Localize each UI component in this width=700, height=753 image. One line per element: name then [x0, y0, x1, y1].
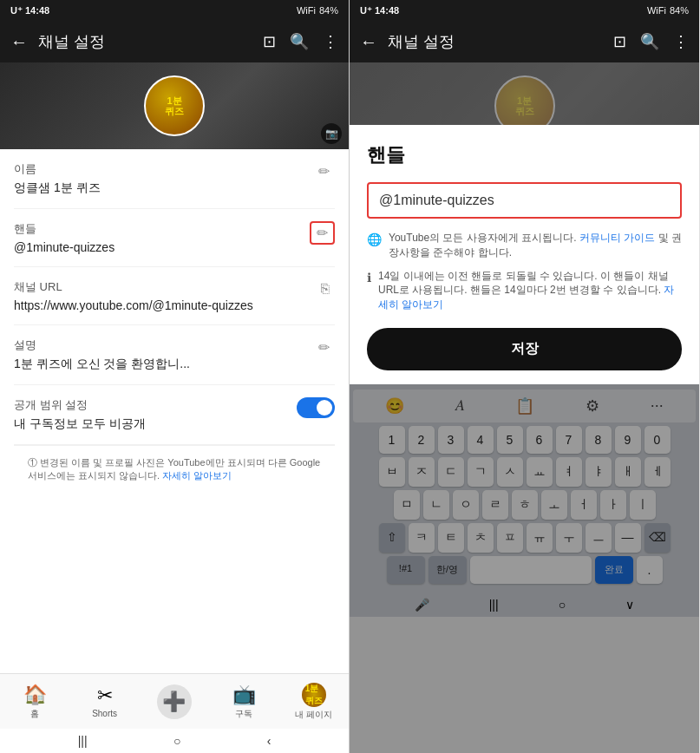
search-icon[interactable]: 🔍 [290, 32, 309, 51]
privacy-toggle[interactable] [297, 397, 335, 418]
footer-note-link[interactable]: 자세히 알아보기 [162, 470, 232, 481]
settings-handle-value: @1minute-quizzes [14, 240, 114, 254]
right-content-area: 1분 퀴즈 이름 엉클샘 1분 퀴즈 핸들 🌐 YouTube의 모든 사용자에… [350, 62, 699, 753]
home-label: 홈 [30, 708, 39, 720]
add-icon: ➕ [157, 684, 192, 719]
right-search-icon[interactable]: 🔍 [640, 32, 659, 51]
bottom-nav: 🏠 홈 ✂ Shorts ➕ 📺 구독 1분퀴즈 내 페이지 [0, 673, 349, 729]
bottom-nav-add[interactable]: ➕ [148, 684, 200, 719]
modal-save-button[interactable]: 저장 [367, 328, 682, 370]
settings-handle-item: 핸들 @1minute-quizzes ✏ [14, 209, 335, 267]
right-battery-icon: 84% [670, 5, 689, 16]
right-back-button[interactable]: ← [360, 32, 377, 52]
settings-url-value: https://www.youtube.com/@1minute-quizzes [14, 298, 253, 312]
settings-url-item: 채널 URL https://www.youtube.com/@1minute-… [14, 267, 335, 325]
shorts-icon: ✂ [97, 684, 113, 707]
footer-note: ① 변경된 이름 및 프로필 사진은 YouTube에만 표시되며 다른 Goo… [14, 445, 335, 493]
mypage-icon: 1분퀴즈 [302, 683, 326, 707]
left-status-icons: WiFi 84% [297, 5, 338, 16]
settings-desc-item: 설명 1분 퀴즈에 오신 것을 환영합니... ✏ [14, 325, 335, 385]
more-icon[interactable]: ⋮ [323, 32, 338, 51]
subscriptions-icon: 📺 [232, 684, 256, 706]
handle-edit-icon[interactable]: ✏ [310, 221, 335, 245]
right-status-bar: U⁺ 14:48 WiFi 84% [350, 0, 699, 21]
system-back-btn[interactable]: ‹ [267, 734, 271, 748]
mypage-label: 내 페이지 [295, 709, 332, 721]
modal-title: 핸들 [367, 142, 682, 168]
avatar-text-line1: 1분 [167, 95, 181, 106]
settings-handle-label: 핸들 [14, 221, 114, 237]
right-nav-icons: ⊡ 🔍 ⋮ [613, 32, 689, 51]
settings-desc-value: 1분 퀴즈에 오신 것을 환영합니... [14, 357, 190, 372]
settings-privacy-value: 내 구독정보 모두 비공개 [14, 416, 146, 432]
left-status-bar: U⁺ 14:48 WiFi 84% [0, 0, 349, 21]
right-cast-icon[interactable]: ⊡ [613, 32, 626, 51]
settings-name-item: 이름 엉클샘 1분 퀴즈 ✏ [14, 149, 335, 209]
settings-name-value: 엉클샘 1분 퀴즈 [14, 180, 101, 196]
modal-info-text1: YouTube의 모든 사용자에게 표시됩니다. 커뮤니티 가이드 및 권장사항… [389, 231, 682, 260]
bottom-nav-subscriptions[interactable]: 📺 구독 [218, 684, 270, 720]
left-time: U⁺ 14:48 [10, 5, 49, 16]
settings-name-content: 이름 엉클샘 1분 퀴즈 [14, 161, 101, 196]
handle-edit-modal: 핸들 🌐 YouTube의 모든 사용자에게 표시됩니다. 커뮤니티 가이드 및… [350, 125, 699, 384]
system-recent-btn[interactable]: ||| [78, 734, 88, 748]
globe-icon: 🌐 [367, 232, 382, 260]
right-phone-screen: U⁺ 14:48 WiFi 84% ← 채널 설정 ⊡ 🔍 ⋮ 1분 퀴즈 이름… [350, 0, 699, 753]
left-phone-screen: U⁺ 14:48 WiFi 84% ← 채널 설정 ⊡ 🔍 ⋮ 1분 퀴즈 📷 … [0, 0, 350, 753]
shorts-label: Shorts [92, 709, 117, 718]
settings-privacy-item: 공개 범위 설정 내 구독정보 모두 비공개 [14, 385, 335, 445]
camera-icon[interactable]: 📷 [321, 123, 342, 144]
settings-privacy-content: 공개 범위 설정 내 구독정보 모두 비공개 [14, 397, 146, 432]
right-more-icon[interactable]: ⋮ [673, 32, 689, 51]
modal-info-text2: 14일 이내에는 이전 핸들로 되돌릴 수 있습니다. 이 핸들이 채널 URL… [378, 269, 682, 312]
community-guide-link[interactable]: 커뮤니티 가이드 [579, 232, 655, 244]
settings-desc-label: 설명 [14, 337, 190, 353]
right-time: U⁺ 14:48 [360, 5, 399, 16]
desc-edit-icon[interactable]: ✏ [313, 337, 335, 357]
settings-name-label: 이름 [14, 161, 101, 177]
url-copy-icon[interactable]: ⎘ [316, 279, 335, 298]
name-edit-icon[interactable]: ✏ [313, 161, 335, 181]
learn-more-link[interactable]: 자세히 알아보기 [378, 284, 674, 311]
channel-avatar: 1분 퀴즈 [144, 75, 205, 136]
left-nav-icons: ⊡ 🔍 ⋮ [263, 32, 338, 51]
bottom-nav-mypage[interactable]: 1분퀴즈 내 페이지 [288, 683, 340, 721]
left-system-nav: ||| ○ ‹ [0, 729, 349, 753]
settings-list: 이름 엉클샘 1분 퀴즈 ✏ 핸들 @1minute-quizzes ✏ 채널 … [0, 149, 349, 673]
right-status-icons: WiFi 84% [647, 5, 689, 16]
back-button[interactable]: ← [10, 32, 28, 52]
right-nav-bar: ← 채널 설정 ⊡ 🔍 ⋮ [350, 21, 699, 62]
cast-icon[interactable]: ⊡ [263, 32, 276, 51]
battery-icon: 84% [319, 5, 338, 16]
left-page-title: 채널 설정 [38, 31, 252, 52]
modal-info-community: 🌐 YouTube의 모든 사용자에게 표시됩니다. 커뮤니티 가이드 및 권장… [367, 231, 682, 260]
settings-privacy-label: 공개 범위 설정 [14, 397, 146, 413]
right-page-title: 채널 설정 [388, 31, 603, 52]
bottom-nav-home[interactable]: 🏠 홈 [9, 684, 61, 720]
handle-input-wrapper[interactable] [367, 182, 682, 219]
left-nav-bar: ← 채널 설정 ⊡ 🔍 ⋮ [0, 21, 349, 62]
subscriptions-label: 구독 [235, 708, 252, 720]
handle-input[interactable] [379, 193, 670, 208]
settings-url-content: 채널 URL https://www.youtube.com/@1minute-… [14, 279, 253, 312]
signal-icon: WiFi [297, 5, 316, 16]
bottom-nav-shorts[interactable]: ✂ Shorts [79, 684, 131, 718]
channel-banner: 1분 퀴즈 📷 [0, 62, 349, 149]
settings-desc-content: 설명 1분 퀴즈에 오신 것을 환영합니... [14, 337, 190, 372]
avatar-text-line2: 퀴즈 [165, 106, 184, 116]
settings-handle-content: 핸들 @1minute-quizzes [14, 221, 114, 254]
settings-url-label: 채널 URL [14, 279, 253, 295]
home-icon: 🏠 [23, 684, 47, 706]
right-signal-icon: WiFi [647, 5, 666, 16]
modal-info-14days: ℹ 14일 이내에는 이전 핸들로 되돌릴 수 있습니다. 이 핸들이 채널 U… [367, 269, 682, 312]
system-home-btn[interactable]: ○ [173, 734, 180, 748]
info-icon: ℹ [367, 270, 371, 312]
